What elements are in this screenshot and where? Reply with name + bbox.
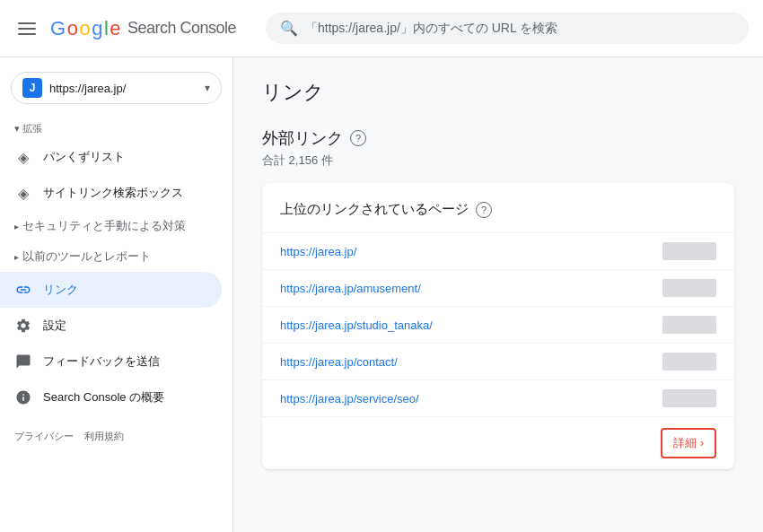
- body: J https://jarea.jp/ ▾ 拡張 ◈ パンくずリスト ◈ サイト…: [0, 57, 763, 532]
- card-title: 上位のリンクされているページ: [280, 201, 469, 218]
- sidebar-item-label: サイトリンク検索ボックス: [43, 185, 183, 201]
- breadcrumb-icon: ◈: [14, 148, 32, 166]
- sidebar-item-links[interactable]: リンク: [0, 272, 222, 308]
- sidebar-item-about[interactable]: Search Console の概要: [0, 379, 222, 415]
- sidebar-item-links-label: リンク: [43, 282, 78, 298]
- sidebar-item-breadcrumb[interactable]: ◈ パンくずリスト: [0, 139, 222, 175]
- external-links-title: 外部リンク: [262, 127, 343, 149]
- search-icon: 🔍: [280, 20, 298, 37]
- sidebar-item-security-label: セキュリティと手動による対策: [22, 218, 186, 234]
- property-url: https://jarea.jp/: [49, 82, 197, 95]
- row-bar: [662, 242, 716, 260]
- top-linked-pages-card: 上位のリンクされているページ ? https://jarea.jp/ https…: [262, 183, 734, 469]
- details-button[interactable]: 詳細 ›: [661, 428, 716, 458]
- sidebar: J https://jarea.jp/ ▾ 拡張 ◈ パンくずリスト ◈ サイト…: [0, 57, 233, 532]
- row-bar: [662, 353, 716, 371]
- section-header-external: 外部リンク ?: [262, 127, 734, 149]
- row-url[interactable]: https://jarea.jp/studio_tanaka/: [280, 318, 662, 332]
- terms-link[interactable]: 利用規約: [84, 430, 124, 443]
- section-title-拡張: 拡張: [0, 118, 232, 139]
- sidebar-item-about-label: Search Console の概要: [43, 389, 164, 406]
- search-text: 「https://jarea.jp/」内のすべての URL を検索: [305, 21, 557, 37]
- row-bar: [662, 389, 716, 407]
- feedback-icon: [14, 353, 32, 371]
- info-icon: [14, 388, 32, 406]
- card-title-row: 上位のリンクされているページ ?: [262, 201, 734, 232]
- sidebar-item-feedback-label: フィードバックを送信: [43, 353, 160, 370]
- row-bar: [662, 279, 716, 297]
- privacy-link[interactable]: プライバシー: [14, 430, 74, 443]
- page-title: リンク: [262, 79, 734, 106]
- chevron-down-icon: ▾: [205, 82, 210, 94]
- header: Google Search Console 🔍 「https://jarea.j…: [0, 0, 763, 57]
- sidebar-item-label: パンくずリスト: [43, 149, 125, 165]
- sitelinks-icon: ◈: [14, 184, 32, 202]
- google-logo: Google Search Console: [50, 17, 236, 40]
- search-bar[interactable]: 🔍 「https://jarea.jp/」内のすべての URL を検索: [266, 13, 749, 44]
- sidebar-item-previous-tools-label: 以前のツールとレポート: [22, 249, 151, 265]
- row-url[interactable]: https://jarea.jp/contact/: [280, 355, 662, 369]
- sidebar-item-settings-label: 設定: [43, 318, 66, 334]
- row-url[interactable]: https://jarea.jp/: [280, 245, 662, 258]
- card-help-icon[interactable]: ?: [476, 202, 492, 218]
- sidebar-item-previous-tools[interactable]: 以前のツールとレポート: [0, 241, 232, 272]
- table-row: https://jarea.jp/contact/: [262, 343, 734, 379]
- table-row: https://jarea.jp/studio_tanaka/: [262, 306, 734, 343]
- links-icon: [14, 281, 32, 299]
- chevron-right-icon: ›: [700, 437, 704, 449]
- external-links-help-icon[interactable]: ?: [350, 130, 366, 146]
- header-left: Google Search Console: [14, 17, 248, 40]
- settings-icon: [14, 317, 32, 335]
- property-selector[interactable]: J https://jarea.jp/ ▾: [11, 72, 222, 104]
- app-title: Search Console: [127, 19, 236, 38]
- sidebar-item-sitelinks[interactable]: ◈ サイトリンク検索ボックス: [0, 175, 222, 211]
- table-row: https://jarea.jp/: [262, 232, 734, 269]
- sidebar-item-security[interactable]: セキュリティと手動による対策: [0, 211, 232, 241]
- sidebar-item-settings[interactable]: 設定: [0, 308, 222, 344]
- row-url[interactable]: https://jarea.jp/service/seo/: [280, 392, 662, 406]
- table-row: https://jarea.jp/service/seo/: [262, 379, 734, 416]
- sidebar-footer: プライバシー 利用規約: [0, 415, 232, 458]
- row-url[interactable]: https://jarea.jp/amusement/: [280, 282, 662, 295]
- card-footer: 詳細 ›: [262, 416, 734, 469]
- sidebar-item-feedback[interactable]: フィードバックを送信: [0, 344, 222, 379]
- external-links-count: 合計 2,156 件: [262, 153, 734, 169]
- row-bar: [662, 316, 716, 334]
- details-button-label: 詳細: [673, 435, 697, 451]
- table-row: https://jarea.jp/amusement/: [262, 269, 734, 306]
- menu-icon[interactable]: [14, 19, 39, 39]
- property-avatar: J: [22, 78, 42, 98]
- main-content: リンク 外部リンク ? 合計 2,156 件 上位のリンクされているページ ? …: [233, 57, 763, 532]
